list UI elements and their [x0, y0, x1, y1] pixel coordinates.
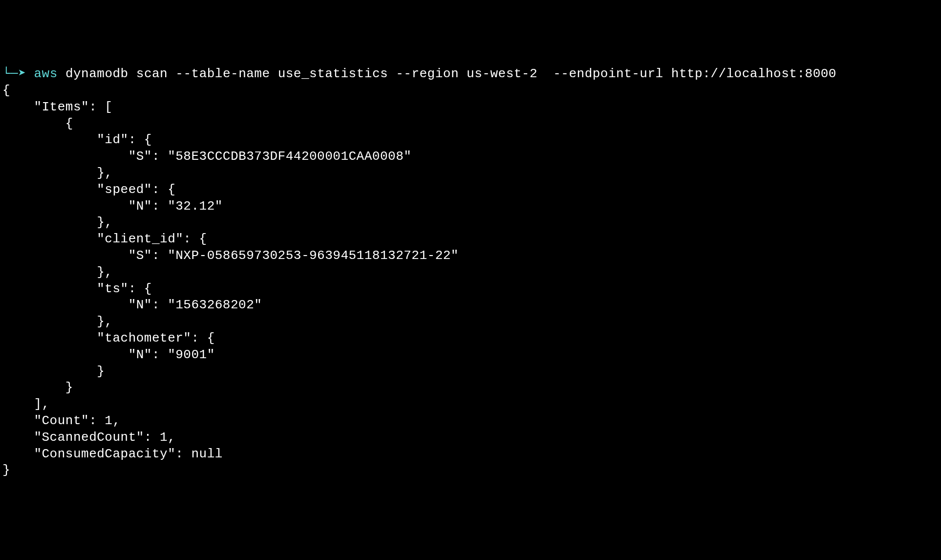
output-line: { [2, 116, 73, 131]
output-line: }, [2, 265, 112, 280]
output-line: "N": "1563268202" [2, 298, 262, 312]
output-line: "ConsumedCapacity": null [2, 447, 223, 461]
output-line: "ts": { [2, 281, 152, 296]
output-line: "S": "58E3CCCDB373DF44200001CAA0008" [2, 149, 411, 164]
output-line: }, [2, 215, 112, 230]
output-line: "Items": [ [2, 100, 112, 114]
output-line: }, [2, 314, 112, 329]
output-line: } [2, 364, 105, 379]
output-line: } [2, 463, 10, 477]
output-line: "id": { [2, 132, 152, 147]
command-aws-keyword: aws [34, 66, 57, 81]
output-line: "tachometer": { [2, 331, 215, 345]
output-line: ], [2, 397, 50, 411]
output-line: "ScannedCount": 1, [2, 430, 175, 445]
output-line: "S": "NXP-058659730253-963945118132721-2… [2, 248, 459, 263]
output-line: "Count": 1, [2, 413, 121, 428]
output-line: { [2, 83, 10, 98]
output-line: } [2, 380, 73, 395]
prompt-arrow: └─➤ [2, 66, 34, 81]
terminal-window[interactable]: └─➤ aws dynamodb scan --table-name use_s… [0, 66, 941, 479]
output-line: "N": "9001" [2, 347, 215, 362]
output-line: "N": "32.12" [2, 199, 223, 214]
output-line: "client_id": { [2, 232, 207, 246]
output-line: }, [2, 166, 112, 180]
command-arguments: dynamodb scan --table-name use_statistic… [58, 66, 836, 81]
output-line: "speed": { [2, 182, 175, 197]
